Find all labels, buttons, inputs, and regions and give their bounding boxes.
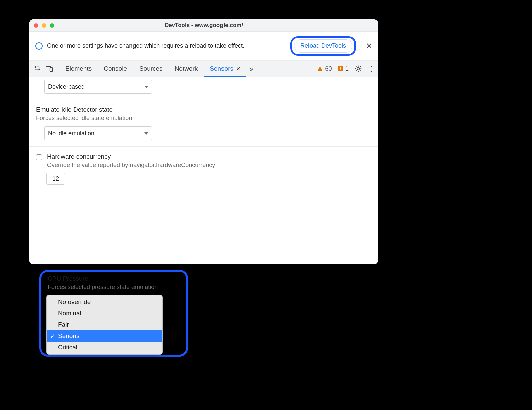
option-label: Fair [58, 321, 69, 328]
window-controls [34, 23, 54, 28]
option-label: Serious [58, 332, 79, 339]
status-indicators: 60 1 ⋮ [317, 65, 375, 73]
tab-label: Elements [65, 65, 92, 72]
svg-rect-3 [320, 68, 321, 70]
tab-label: Sensors [210, 65, 233, 72]
chevron-down-icon [144, 86, 148, 88]
warnings-number: 60 [325, 65, 332, 72]
window-minimize-button[interactable] [42, 23, 46, 28]
more-options-icon[interactable]: ⋮ [368, 65, 375, 73]
hardware-title: Hardware concurrency [47, 153, 371, 160]
window-title: DevTools - www.google.com/ [29, 22, 378, 29]
cpu-pressure-title: CPU Pressure [48, 275, 181, 282]
annotation-highlight-cpu-pressure: CPU Pressure Forces selected pressure st… [39, 270, 188, 357]
idle-subtitle: Forces selected idle state emulation [36, 115, 371, 122]
cpu-pressure-section-placeholder [29, 191, 378, 263]
sensors-panel: Device-based Emulate Idle Detector state… [29, 77, 378, 264]
tabs-overflow-icon[interactable]: » [246, 65, 257, 73]
cpu-pressure-dropdown[interactable]: No override Nominal Fair Serious Critica… [46, 295, 163, 355]
reload-devtools-button[interactable]: Reload DevTools [294, 39, 352, 53]
reload-notice-bar: i One or more settings have changed whic… [29, 32, 378, 61]
orientation-section: Device-based [29, 77, 378, 100]
chevron-down-icon [144, 132, 148, 135]
info-icon: i [35, 42, 43, 50]
titlebar: DevTools - www.google.com/ [29, 19, 378, 32]
svg-rect-4 [320, 70, 321, 70]
tab-network[interactable]: Network [169, 61, 204, 77]
window-close-button[interactable] [34, 23, 38, 28]
tab-elements[interactable]: Elements [59, 61, 98, 77]
idle-detector-section: Emulate Idle Detector state Forces selec… [29, 100, 378, 146]
issues-count[interactable]: 1 [338, 65, 349, 72]
option-label: Critical [58, 344, 77, 351]
issues-number: 1 [345, 65, 349, 72]
hardware-concurrency-section: Hardware concurrency Override the value … [29, 146, 378, 191]
cpu-option-no-override[interactable]: No override [47, 296, 162, 308]
cpu-option-nominal[interactable]: Nominal [47, 308, 162, 319]
devtools-window: DevTools - www.google.com/ i One or more… [29, 19, 378, 264]
cpu-pressure-subtitle: Forces selected pressure state emulation [48, 284, 181, 291]
svg-rect-2 [50, 68, 53, 72]
idle-title: Emulate Idle Detector state [36, 106, 371, 113]
cpu-option-fair[interactable]: Fair [47, 319, 162, 330]
orientation-select[interactable]: Device-based [44, 80, 152, 94]
tab-sources[interactable]: Sources [133, 61, 169, 77]
issue-icon [338, 66, 343, 71]
window-maximize-button[interactable] [50, 23, 54, 28]
option-label: Nominal [58, 310, 81, 317]
tab-sensors[interactable]: Sensors ✕ [204, 61, 246, 77]
divider [57, 64, 57, 73]
device-toolbar-icon[interactable] [43, 61, 55, 77]
cpu-option-critical[interactable]: Critical [47, 342, 162, 353]
warnings-count[interactable]: 60 [317, 65, 332, 72]
select-value: No idle emulation [48, 130, 94, 137]
devtools-tab-bar: Elements Console Sources Network Sensors… [29, 61, 378, 77]
tab-label: Console [104, 65, 127, 72]
inspect-element-icon[interactable] [33, 61, 43, 77]
hardware-concurrency-checkbox[interactable] [36, 154, 42, 160]
option-label: No override [58, 298, 91, 305]
warning-icon [317, 66, 323, 72]
settings-icon[interactable] [355, 65, 362, 72]
hardware-concurrency-input[interactable]: 12 [46, 173, 65, 185]
hardware-concurrency-value: 12 [52, 175, 59, 182]
dismiss-notice-button[interactable]: ✕ [366, 42, 372, 50]
cpu-option-serious[interactable]: Serious [47, 330, 162, 342]
select-value: Device-based [48, 83, 85, 90]
annotation-highlight-reload: Reload DevTools [290, 36, 356, 56]
close-tab-icon[interactable]: ✕ [236, 66, 240, 72]
tab-label: Network [175, 65, 198, 72]
hardware-subtitle: Override the value reported by navigator… [47, 162, 371, 169]
reload-notice-text: One or more settings have changed which … [47, 42, 244, 49]
tab-console[interactable]: Console [98, 61, 133, 77]
tab-label: Sources [139, 65, 163, 72]
idle-select[interactable]: No idle emulation [44, 126, 152, 140]
